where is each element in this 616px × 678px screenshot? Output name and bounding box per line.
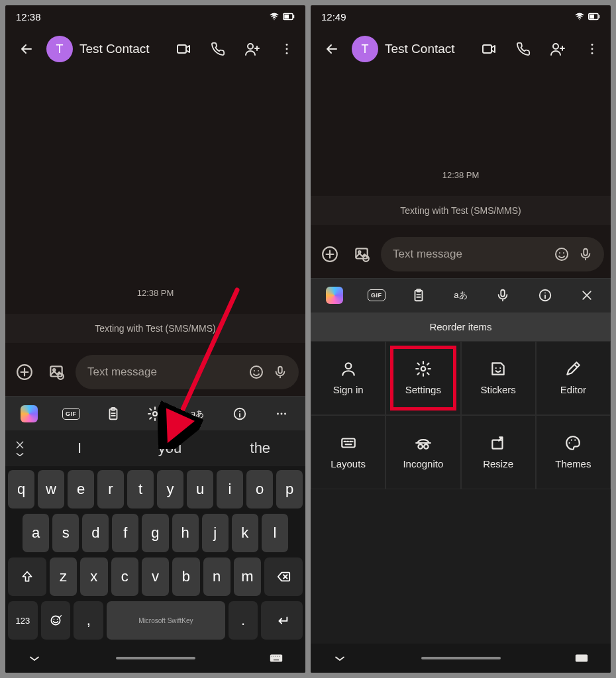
shift-key[interactable] bbox=[8, 557, 46, 596]
key-g[interactable]: g bbox=[142, 514, 168, 552]
grid-item-signin[interactable]: Sign in bbox=[311, 341, 385, 415]
more-toolbar-button[interactable] bbox=[266, 401, 297, 427]
key-x[interactable]: x bbox=[80, 557, 107, 596]
key-q[interactable]: q bbox=[8, 470, 34, 508]
grid-item-themes[interactable]: Themes bbox=[536, 415, 611, 489]
contact-avatar[interactable]: T bbox=[352, 36, 378, 62]
svg-rect-36 bbox=[590, 15, 594, 19]
nav-collapse-button[interactable] bbox=[21, 655, 48, 661]
grid-item-resize[interactable]: Resize bbox=[461, 415, 536, 489]
video-call-button[interactable] bbox=[169, 34, 198, 64]
svg-rect-38 bbox=[483, 45, 491, 53]
svg-point-4 bbox=[248, 44, 253, 49]
numbers-key[interactable]: 123 bbox=[8, 601, 38, 640]
grid-item-settings[interactable]: Settings bbox=[385, 341, 460, 415]
info-button[interactable] bbox=[224, 401, 256, 427]
svg-rect-9 bbox=[50, 366, 62, 376]
back-button[interactable] bbox=[317, 34, 346, 64]
key-f[interactable]: f bbox=[112, 514, 138, 552]
key-j[interactable]: j bbox=[202, 514, 229, 552]
key-i[interactable]: i bbox=[217, 470, 243, 508]
call-button[interactable] bbox=[509, 34, 538, 64]
key-u[interactable]: u bbox=[187, 470, 213, 508]
key-a[interactable]: a bbox=[23, 514, 49, 552]
translate-button[interactable]: aあ bbox=[181, 401, 213, 427]
grid-item-incognito[interactable]: Incognito bbox=[385, 415, 460, 489]
emoji-button[interactable] bbox=[244, 360, 268, 384]
emoji-button[interactable] bbox=[550, 242, 574, 266]
space-key[interactable]: Microsoft SwiftKey bbox=[107, 601, 225, 640]
add-person-button[interactable] bbox=[543, 34, 572, 64]
key-n[interactable]: n bbox=[203, 557, 231, 596]
contact-name[interactable]: Test Contact bbox=[79, 42, 150, 56]
add-person-button[interactable] bbox=[238, 34, 267, 64]
key-b[interactable]: b bbox=[172, 557, 199, 596]
more-button[interactable] bbox=[578, 34, 607, 64]
key-w[interactable]: w bbox=[38, 470, 64, 508]
svg-rect-3 bbox=[178, 45, 186, 53]
settings-button[interactable] bbox=[139, 401, 171, 427]
key-e[interactable]: e bbox=[68, 470, 94, 508]
copilot-button[interactable] bbox=[13, 401, 45, 427]
translate-button[interactable]: aあ bbox=[444, 282, 476, 309]
home-indicator[interactable] bbox=[421, 657, 501, 659]
close-toolbar-button[interactable] bbox=[571, 282, 603, 309]
svg-point-12 bbox=[250, 366, 262, 378]
keyboard-switch-button[interactable] bbox=[263, 653, 289, 663]
home-indicator[interactable] bbox=[116, 657, 195, 659]
suggestion-3[interactable]: the bbox=[215, 440, 305, 457]
gif-button[interactable]: GIF bbox=[360, 282, 392, 309]
key-m[interactable]: m bbox=[234, 557, 261, 596]
back-button[interactable] bbox=[12, 34, 41, 64]
key-h[interactable]: h bbox=[172, 514, 199, 552]
gif-button[interactable]: GIF bbox=[55, 401, 87, 427]
backspace-key[interactable] bbox=[264, 557, 303, 596]
key-r[interactable]: r bbox=[97, 470, 124, 508]
clipboard-button[interactable] bbox=[403, 282, 435, 309]
call-button[interactable] bbox=[203, 34, 232, 64]
add-button[interactable] bbox=[12, 360, 37, 385]
key-l[interactable]: l bbox=[262, 514, 288, 552]
key-k[interactable]: k bbox=[232, 514, 258, 552]
key-d[interactable]: d bbox=[82, 514, 109, 552]
contact-name[interactable]: Test Contact bbox=[385, 42, 455, 56]
key-o[interactable]: o bbox=[246, 470, 273, 508]
grid-item-layouts[interactable]: Layouts bbox=[311, 415, 385, 489]
message-input[interactable] bbox=[393, 248, 550, 261]
key-v[interactable]: v bbox=[142, 557, 169, 596]
key-p[interactable]: p bbox=[276, 470, 303, 508]
mic-button[interactable] bbox=[268, 360, 292, 384]
comma-key[interactable]: , bbox=[74, 601, 103, 640]
gallery-button[interactable] bbox=[44, 360, 69, 385]
key-t[interactable]: t bbox=[127, 470, 154, 508]
gallery-button[interactable] bbox=[349, 242, 374, 267]
svg-rect-44 bbox=[356, 248, 367, 258]
key-c[interactable]: c bbox=[111, 557, 138, 596]
video-call-button[interactable] bbox=[474, 34, 503, 64]
suggestion-2[interactable]: you bbox=[125, 440, 215, 457]
grid-item-editor[interactable]: Editor bbox=[536, 341, 611, 415]
message-input[interactable] bbox=[87, 365, 244, 379]
svg-point-48 bbox=[559, 252, 560, 254]
mic-button[interactable] bbox=[574, 242, 597, 266]
keyboard-switch-button[interactable] bbox=[568, 653, 595, 663]
nav-collapse-button[interactable] bbox=[327, 655, 353, 661]
period-key[interactable]: . bbox=[229, 601, 258, 640]
copilot-button[interactable] bbox=[319, 282, 350, 309]
info-button[interactable] bbox=[529, 282, 561, 309]
clipboard-button[interactable] bbox=[97, 401, 129, 427]
key-s[interactable]: s bbox=[52, 514, 79, 552]
grid-item-stickers[interactable]: Stickers bbox=[461, 341, 536, 415]
dismiss-suggestions-button[interactable] bbox=[5, 440, 34, 457]
svg-rect-63 bbox=[492, 440, 502, 449]
compose-row bbox=[311, 230, 611, 278]
suggestion-1[interactable]: I bbox=[34, 440, 125, 457]
contact-avatar[interactable]: T bbox=[46, 36, 73, 62]
more-button[interactable] bbox=[272, 34, 301, 64]
enter-key[interactable] bbox=[261, 601, 303, 640]
key-z[interactable]: z bbox=[50, 557, 77, 596]
emoji-key[interactable] bbox=[41, 601, 71, 640]
add-button[interactable] bbox=[317, 242, 342, 267]
key-y[interactable]: y bbox=[157, 470, 183, 508]
mic-toolbar-button[interactable] bbox=[487, 282, 519, 309]
